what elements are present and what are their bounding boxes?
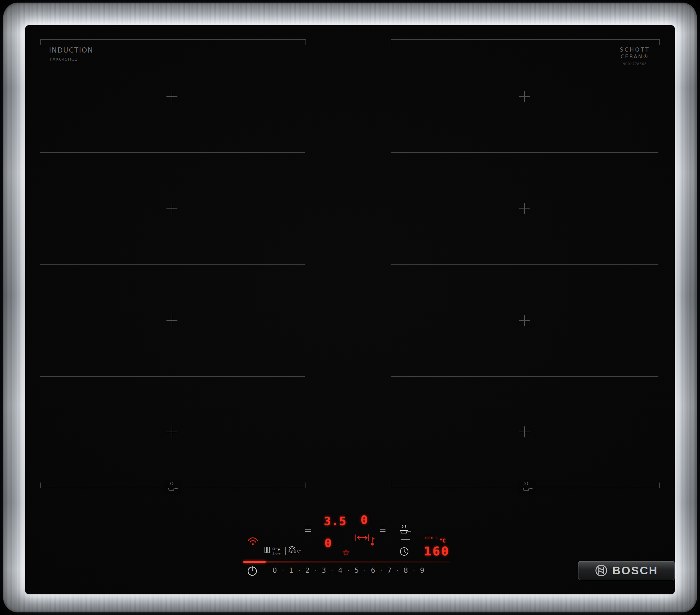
zone-select-left-key[interactable] [305, 527, 311, 532]
zone-line-icon [305, 527, 311, 527]
plus-marker-icon [166, 203, 177, 214]
slider-level-6[interactable]: 6 [368, 567, 378, 574]
power-icon [246, 564, 259, 577]
temp-unit-label: °C [439, 538, 446, 544]
ceran-line: CERAN® [615, 53, 654, 60]
slider-level-5[interactable]: 5 [352, 567, 362, 574]
child-lock-key[interactable]: 4sec [272, 547, 280, 556]
ceran-glass-surface [25, 25, 675, 594]
slider-level-7[interactable]: 7 [384, 567, 394, 574]
transfer-arrows-icon [355, 534, 370, 541]
temperature-indicator [370, 536, 375, 547]
slider-level-8[interactable]: 8 [401, 567, 411, 574]
induction-label: INDUCTION [49, 47, 93, 54]
plus-marker-icon [519, 315, 530, 326]
plus-marker-icon [519, 203, 530, 214]
plus-marker-icon [166, 91, 177, 102]
slider-dot: · [296, 567, 302, 574]
zone-line-icon [380, 531, 386, 532]
zone-underline-indicator [401, 539, 410, 540]
flex-zone-right-divider-3 [391, 376, 658, 377]
pause-key[interactable] [264, 547, 270, 553]
slider-dot: · [313, 567, 319, 574]
zone-line-icon [305, 529, 311, 529]
temperature-display: 160 [424, 544, 450, 558]
boost-label: BOOST [288, 550, 301, 554]
lock-hold-label: 4sec [272, 552, 280, 556]
home-connect-key[interactable] [247, 536, 259, 546]
slider-dot: · [362, 567, 368, 574]
slider-level-0[interactable]: 0 [270, 567, 280, 574]
power-level-display-right: 0 [361, 513, 368, 526]
move-pan-key[interactable] [355, 534, 370, 541]
flex-zone-left-divider-1 [40, 152, 305, 153]
fry-sensor-key[interactable] [398, 525, 412, 535]
slider-active-segment [243, 561, 266, 563]
slider-dot: · [378, 567, 384, 574]
bosch-wordmark: BOSCH [612, 564, 658, 577]
plus-marker-icon [166, 426, 177, 437]
zone-line-icon [380, 527, 386, 527]
model-number-label: PXX645HC1 [50, 57, 78, 62]
plus-marker-icon [166, 315, 177, 326]
slider-dot: · [329, 567, 335, 574]
slider-dot: · [280, 567, 286, 574]
slider-level-2[interactable]: 2 [303, 567, 313, 574]
power-level-display-left: 3.5 [324, 514, 347, 528]
slider-dot: · [395, 567, 401, 574]
boost-chevrons-icon [288, 546, 296, 550]
slider-dot: · [346, 567, 352, 574]
slider-dot: · [411, 567, 417, 574]
key-icon [272, 547, 280, 551]
bosch-logo: BOSCH [578, 561, 675, 580]
key-divider [285, 547, 286, 555]
induction-hob-photo: INDUCTION PXX645HC1 SCHOTT CERAN® 900177… [0, 0, 700, 615]
zone-line-icon [305, 531, 311, 532]
slider-level-4[interactable]: 4 [335, 567, 345, 574]
wifi-icon [247, 536, 259, 546]
flex-zone-right-divider-1 [391, 152, 658, 153]
pause-icon [264, 547, 270, 553]
timer-key[interactable] [399, 547, 409, 556]
clock-icon [399, 547, 409, 556]
flex-zone-left-divider-3 [40, 376, 305, 377]
zone-select-right-key[interactable] [380, 527, 386, 532]
boost-key[interactable]: BOOST [288, 546, 301, 554]
favorite-key[interactable]: ☆ [342, 547, 350, 558]
slider-level-row[interactable]: 0·1·2·3·4·5·6·7·8·9 [270, 565, 427, 576]
slider-level-3[interactable]: 3 [319, 567, 329, 574]
frying-pan-icon [398, 525, 412, 535]
slider-level-1[interactable]: 1 [286, 567, 296, 574]
part-number: 9001778568 [615, 62, 654, 66]
fry-sensor-icon [518, 479, 536, 495]
slider-level-9[interactable]: 9 [417, 567, 427, 574]
slider-track[interactable] [243, 562, 450, 562]
plus-marker-icon [519, 426, 530, 437]
schott-ceran-logo: SCHOTT CERAN® 9001778568 [615, 47, 654, 66]
zone-line-icon [380, 529, 386, 529]
schott-line: SCHOTT [615, 47, 654, 53]
timer-unit-label: min s [425, 536, 438, 540]
flex-zone-left-divider-2 [40, 264, 305, 265]
power-button[interactable] [246, 564, 259, 577]
fry-sensor-icon [164, 479, 181, 495]
power-level-display-left-rear: 0 [325, 536, 332, 550]
flex-zone-right-top-outline [391, 39, 660, 45]
thermometer-icon [370, 536, 375, 547]
star-icon: ☆ [342, 547, 350, 558]
flex-zone-right-divider-2 [391, 264, 658, 265]
flex-zone-left-top-outline [40, 39, 306, 45]
plus-marker-icon [519, 91, 530, 102]
bosch-anchor-icon [595, 564, 608, 577]
